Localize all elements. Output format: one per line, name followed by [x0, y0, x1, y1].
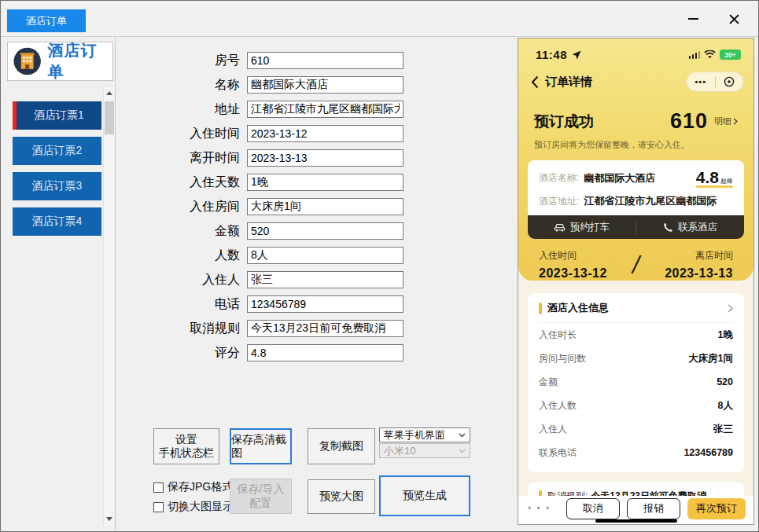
amount-label: 金额	[155, 223, 240, 240]
phone-status-bar: 11:48 30+	[518, 39, 753, 61]
title-bar: 酒店订单	[1, 1, 758, 37]
phone-input[interactable]	[247, 295, 403, 313]
toggle-large-label: 切换大图显示	[168, 500, 234, 514]
sidebar-item-ticket1[interactable]: 酒店订票1	[13, 101, 101, 130]
room-type-label: 入住房间	[155, 199, 240, 215]
phone-preview-panel: 11:48 30+ 订单详情 •••	[518, 38, 754, 525]
checkout-input[interactable]	[247, 149, 403, 167]
scroll-up-icon[interactable]	[104, 87, 115, 99]
dates-slash: /	[607, 251, 665, 280]
chevron-right-icon	[733, 118, 738, 125]
contact-phone-value: 123456789	[683, 447, 733, 458]
scrollbar-thumb[interactable]	[105, 101, 114, 134]
detail-label: 明细	[714, 116, 731, 127]
phone-nav-bar: 订单详情 •••	[518, 72, 753, 92]
preview-large-button[interactable]: 预览大图	[308, 479, 375, 514]
ui-style-select[interactable]: 苹果手机界面	[379, 427, 470, 442]
checkbox-box	[153, 502, 164, 512]
chevron-down-icon	[459, 449, 466, 453]
stay-length-label: 入住时长	[539, 328, 577, 342]
minimize-button[interactable]	[680, 9, 706, 29]
nights-input[interactable]	[247, 174, 403, 191]
save-hd-label: 保存高清截图	[231, 433, 290, 460]
sidebar-scrollbar[interactable]	[103, 87, 114, 525]
reimburse-button[interactable]: 报销	[627, 498, 680, 519]
rating-label: 评分	[155, 345, 240, 361]
hotel-addr-value: 江都省江陵市九尾区幽都国际	[584, 194, 717, 208]
action-bar: 预约打车 联系酒店	[528, 215, 744, 239]
miniprogram-capsule[interactable]: •••	[686, 72, 744, 92]
cancel-rule-input[interactable]	[247, 320, 403, 337]
save-hd-screenshot-button[interactable]: 保存高清截图	[230, 428, 292, 464]
hotel-addr-field-label: 酒店地址:	[539, 195, 579, 208]
rating-input[interactable]	[247, 344, 403, 361]
checkout-date-label: 离店时间	[665, 249, 733, 262]
address-input[interactable]	[247, 101, 403, 118]
room-number-big: 610	[670, 109, 708, 134]
cancel-button[interactable]: 取消	[566, 498, 620, 519]
copy-label: 复制截图	[319, 439, 363, 453]
book-taxi-button[interactable]: 预约打车	[528, 221, 636, 234]
phone-label: 电话	[155, 296, 240, 313]
guest-row-label: 入住人	[539, 423, 567, 436]
sidebar-item-ticket4[interactable]: 酒店订票4	[13, 207, 101, 236]
contact-phone-label: 联系电话	[539, 446, 577, 460]
nights-label: 入住天数	[155, 174, 240, 191]
checkout-label: 离开时间	[155, 150, 240, 167]
save-jpg-checkbox[interactable]: 保存JPG格式	[153, 480, 233, 494]
target-icon[interactable]	[716, 76, 744, 87]
guest-count-input[interactable]	[247, 247, 403, 264]
toggle-large-view-checkbox[interactable]: 切换大图显示	[153, 500, 234, 514]
detail-link[interactable]: 明细	[714, 116, 738, 127]
car-icon	[554, 222, 566, 232]
close-button[interactable]	[720, 9, 747, 29]
sidebar-divider	[115, 37, 116, 531]
sidebar-item-ticket2[interactable]: 酒店订票2	[13, 137, 101, 165]
more-icon[interactable]: •••	[687, 77, 715, 86]
hotel-name-label: 名称	[155, 77, 240, 94]
hotel-rating: 4.8 超棒	[696, 169, 733, 187]
amount-input[interactable]	[247, 222, 403, 240]
hotel-name-input[interactable]	[247, 76, 403, 94]
book-taxi-label: 预约打车	[570, 221, 610, 234]
checkin-date-label: 入住时间	[539, 249, 607, 262]
stay-info-header[interactable]: 酒店入住信息	[539, 301, 733, 323]
checkin-label: 入住时间	[155, 126, 240, 142]
sidebar-list: 酒店订票1 酒店订票2 酒店订票3 酒店订票4	[13, 101, 101, 243]
address-label: 地址	[155, 101, 240, 118]
room-number-input[interactable]	[247, 52, 403, 69]
guest-count-label: 人数	[155, 248, 240, 264]
home-indicator	[595, 519, 677, 523]
hotel-info-card: 酒店名称: 幽都国际大酒店 4.8 超棒 酒店地址: 江都省江陵市九尾区幽都国际	[528, 160, 744, 215]
more-dots-icon[interactable]: • • •	[528, 503, 551, 514]
booking-subtitle: 预订房间将为您保留整晚，请安心入住。	[518, 139, 753, 151]
hotel-name-field-label: 酒店名称:	[539, 171, 579, 185]
stay-info-card: 酒店入住信息 入住时长1晚 房间与间数大床房1间 金额520 入住人数8人 入住…	[528, 293, 744, 472]
title-tab[interactable]: 酒店订单	[7, 9, 86, 32]
checkin-input[interactable]	[247, 125, 403, 142]
sidebar-item-ticket3[interactable]: 酒店订票3	[13, 172, 101, 200]
amount-row-value: 520	[717, 376, 733, 387]
gold-bar	[539, 303, 542, 314]
cancel-rule-label: 取消规则	[155, 321, 240, 337]
guest-name-input[interactable]	[247, 271, 403, 288]
save-config-line2: 配置	[250, 497, 272, 511]
preview-generate-button[interactable]: 预览生成	[379, 475, 470, 516]
rebook-button[interactable]: 再次预订	[687, 498, 746, 519]
save-jpg-label: 保存JPG格式	[168, 480, 233, 494]
copy-screenshot-button[interactable]: 复制截图	[308, 428, 375, 464]
order-form: 房号 名称 地址 入住时间 离开时间 入住天数 入住房间 金额 人数 入住人 电…	[155, 52, 403, 369]
checkin-date-value: 2023-13-12	[539, 266, 607, 281]
guest-name-label: 入住人	[155, 272, 240, 288]
room-number-label: 房号	[155, 53, 240, 69]
back-icon[interactable]	[531, 75, 539, 89]
rating-value: 4.8	[696, 169, 719, 185]
wifi-icon	[704, 50, 716, 59]
nav-title: 订单详情	[545, 75, 592, 90]
room-type-input[interactable]	[247, 198, 403, 215]
phone-bottom-bar: • • • 取消 报销 再次预订	[518, 496, 753, 524]
scroll-down-icon[interactable]	[104, 513, 115, 525]
set-statusbar-button[interactable]: 设置 手机状态栏	[153, 428, 219, 464]
room-count-label: 房间与间数	[539, 352, 586, 365]
contact-hotel-button[interactable]: 联系酒店	[636, 221, 744, 234]
